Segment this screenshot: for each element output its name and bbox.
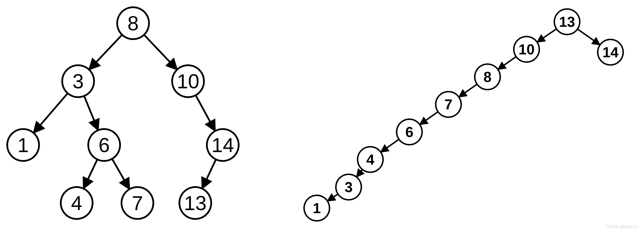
tree-edge [84,159,97,188]
tree-edge [89,35,122,70]
node-value: 3 [72,70,84,93]
node-value: 7 [444,96,452,112]
tree-edge [356,170,362,177]
tree-node: 6 [397,119,422,145]
node-value: 8 [484,69,492,85]
node-value: 13 [184,192,206,214]
diagram-canvas: 831016144713 131410876431 [0,0,644,232]
tree-edge [112,159,130,189]
tree-node: 10 [172,65,204,97]
tree-node: 14 [598,39,623,65]
tree-node: 4 [61,187,92,219]
tree-node: 13 [554,9,580,35]
tree-node: 8 [117,7,149,39]
node-value: 6 [98,134,110,156]
tree-node: 13 [179,187,211,219]
tree-node: 7 [436,92,461,117]
tree-node: 3 [336,174,361,200]
balanced-bst-tree: 831016144713 [7,7,239,219]
tree-edge [459,84,477,97]
tree-edge [144,35,177,70]
watermark-text: CSDN @BK21T [606,224,638,229]
node-value: 1 [313,200,321,216]
tree-node: 7 [122,187,153,219]
tree-edge [202,159,216,188]
tree-edge [498,57,516,70]
node-value: 1 [18,134,29,156]
tree-node: 14 [207,129,239,161]
node-value: 4 [71,192,82,214]
node-value: 6 [405,124,414,140]
node-value: 10 [177,70,199,93]
tree-edge [537,29,556,42]
tree-node: 3 [62,65,94,97]
tree-node: 8 [475,64,500,90]
node-value: 4 [366,151,374,168]
tree-node: 1 [7,129,39,161]
tree-node: 4 [358,147,383,172]
tree-edge [420,112,438,125]
degenerate-bst-tree: 131410876431 [304,9,623,221]
node-value: 14 [602,44,618,60]
tree-edge [327,194,338,201]
node-value: 10 [518,41,534,57]
node-value: 13 [559,14,575,30]
tree-edge [34,93,68,133]
node-value: 8 [128,12,139,35]
tree-edge [196,95,215,131]
tree-edge [84,96,98,130]
tree-edge [578,29,600,45]
tree-edge [381,139,399,152]
tree-node: 10 [514,37,539,62]
node-value: 14 [212,134,234,156]
tree-node: 1 [304,195,330,221]
tree-node: 6 [88,129,120,161]
node-value: 3 [344,179,353,195]
node-value: 7 [132,192,143,214]
